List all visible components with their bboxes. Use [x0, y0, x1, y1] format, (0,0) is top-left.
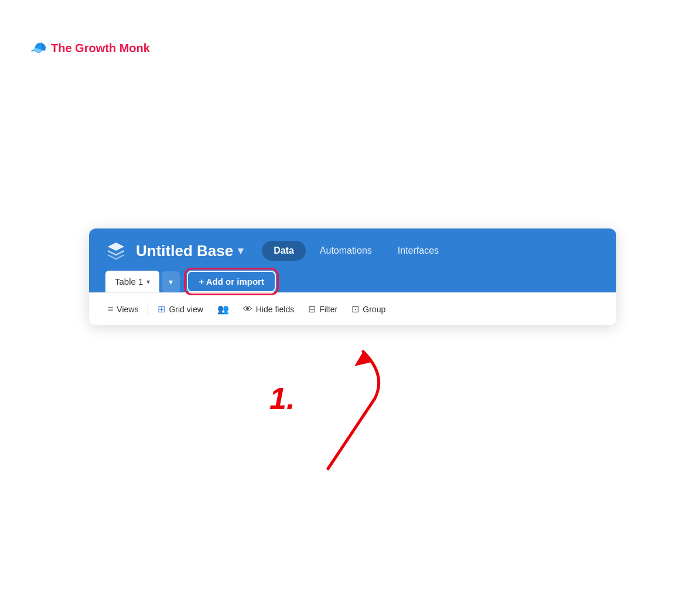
nav-data-button[interactable]: Data: [262, 241, 306, 261]
views-button[interactable]: ≡ Views: [101, 301, 145, 318]
views-icon: ≡: [108, 304, 113, 315]
base-title[interactable]: Untitled Base ▾: [136, 242, 243, 260]
brand-name: The Growth Monk: [51, 42, 150, 55]
filter-button[interactable]: ⊟ Filter: [301, 300, 344, 318]
annotation-number: 1.: [269, 381, 295, 416]
table-tab-chevron-icon: ▾: [146, 278, 150, 286]
nav-automations-button[interactable]: Automations: [308, 241, 384, 261]
base-title-chevron-icon: ▾: [238, 244, 243, 257]
header-nav: Data Automations Interfaces: [262, 241, 450, 261]
add-or-import-button[interactable]: + Add or import: [187, 271, 276, 292]
grid-view-icon: ⊞: [158, 303, 165, 315]
card-header: Untitled Base ▾ Data Automations Interfa…: [89, 228, 616, 292]
grid-view-button[interactable]: ⊞ Grid view: [151, 300, 210, 318]
brand-header: 🧢 The Growth Monk: [30, 40, 150, 56]
brand-icon: 🧢: [30, 40, 46, 56]
group-icon: ⊡: [351, 303, 359, 315]
toolbar-divider: [148, 302, 148, 316]
annotation-arrow: [281, 328, 445, 480]
filter-icon: ⊟: [308, 303, 316, 315]
share-icon: 👥: [217, 303, 229, 315]
base-icon: [105, 240, 127, 261]
hide-fields-button[interactable]: 👁 Hide fields: [236, 301, 301, 318]
table-tabs-row: Table 1 ▾ ▾ + Add or import: [105, 271, 600, 292]
table-1-tab[interactable]: Table 1 ▾: [105, 271, 159, 292]
hide-fields-icon: 👁: [243, 304, 252, 315]
share-button[interactable]: 👥: [210, 300, 236, 318]
table-dropdown-button[interactable]: ▾: [162, 271, 180, 292]
nav-interfaces-button[interactable]: Interfaces: [386, 241, 450, 261]
header-top-row: Untitled Base ▾ Data Automations Interfa…: [105, 240, 600, 271]
group-button[interactable]: ⊡ Group: [344, 300, 392, 318]
main-card: Untitled Base ▾ Data Automations Interfa…: [89, 228, 616, 325]
card-toolbar: ≡ Views ⊞ Grid view 👥 👁 Hide fields ⊟ Fi…: [89, 292, 616, 325]
